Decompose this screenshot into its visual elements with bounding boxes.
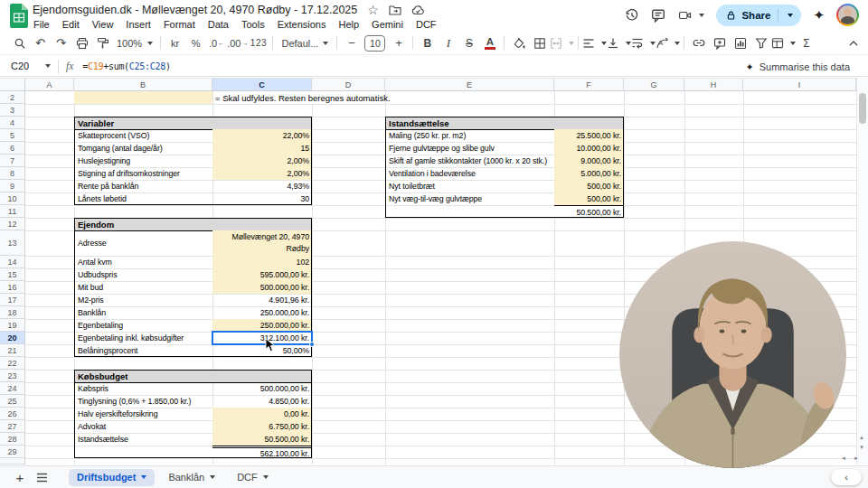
cell-E7[interactable]: Skift af gamle stikkontakter (1000 kr. x…: [386, 155, 554, 167]
row-header-24[interactable]: 24: [0, 382, 25, 395]
cell-B8[interactable]: Stigning af driftsomkostninger: [75, 167, 212, 180]
table-title-variabler[interactable]: Variabler: [74, 117, 312, 130]
cell-E5[interactable]: Maling (250 kr. pr. m2): [386, 129, 554, 142]
cell-C6[interactable]: 15: [212, 142, 312, 155]
menu-gemini[interactable]: Gemini: [365, 18, 410, 31]
cell-B27[interactable]: Advokat: [75, 420, 212, 433]
vertical-align-button[interactable]: [607, 33, 631, 53]
scroll-down-icon[interactable]: ▼: [859, 445, 864, 450]
cell-B15[interactable]: Udbudspris: [75, 268, 212, 281]
row-header-18[interactable]: 18: [0, 306, 25, 319]
functions-button[interactable]: Σ: [796, 33, 816, 53]
font-selector[interactable]: Defaul...: [277, 33, 333, 53]
cell-C10[interactable]: 30: [212, 192, 312, 205]
menu-dcf[interactable]: DCF: [410, 18, 443, 31]
paint-format-button[interactable]: [92, 33, 113, 53]
row-header-6[interactable]: 6: [0, 142, 25, 155]
cell-C25[interactable]: 4.850,00 kr.: [212, 395, 312, 408]
cell-B20[interactable]: Egenbetaling inkl. købsudgifter: [75, 332, 212, 344]
note-input-cell[interactable]: [74, 91, 212, 104]
table-title-ejendom[interactable]: Ejendom: [74, 218, 312, 231]
cell-C28[interactable]: 50.500,00 kr.: [212, 433, 312, 446]
sheet-tab-banklån[interactable]: Banklån: [160, 469, 223, 486]
menu-file[interactable]: File: [27, 18, 56, 31]
fill-color-button[interactable]: [508, 33, 529, 53]
row-header-17[interactable]: 17: [0, 294, 25, 306]
cell-B16[interactable]: Mit bud: [75, 281, 212, 294]
search-menus-icon[interactable]: [9, 33, 30, 53]
name-box[interactable]: C20: [0, 61, 42, 71]
show-side-panel-button[interactable]: ‹: [831, 469, 862, 485]
cell-C8[interactable]: 2,00%: [212, 167, 312, 180]
cell-F5[interactable]: 25.500,00 kr.: [554, 129, 624, 142]
bold-button[interactable]: B: [417, 33, 438, 53]
hide-menus-icon[interactable]: [848, 40, 859, 47]
cell-C15[interactable]: 595.000,00 kr.: [212, 268, 312, 281]
cell-C7[interactable]: 2,00%: [212, 155, 312, 167]
menu-insert[interactable]: Insert: [119, 18, 157, 31]
cell-B13[interactable]: Adresse: [75, 230, 212, 256]
cell-B10[interactable]: Lånets løbetid: [75, 192, 212, 205]
row-header-26[interactable]: 26: [0, 408, 25, 420]
merge-cells-button[interactable]: [550, 33, 574, 53]
comment-history-icon[interactable]: [651, 8, 665, 23]
cell-F7[interactable]: 9.000,00 kr.: [554, 155, 624, 167]
row-header-22[interactable]: 22: [0, 357, 25, 370]
account-avatar[interactable]: [836, 4, 859, 26]
cell-F10[interactable]: 500,00 kr.: [554, 192, 624, 205]
cell-E10[interactable]: Nyt væg-til-væg gulvtæppe: [386, 192, 554, 205]
add-sheet-button[interactable]: +: [9, 468, 31, 486]
cell-F11[interactable]: 50.500,00 kr.: [554, 205, 624, 218]
row-header-14[interactable]: 14: [0, 256, 25, 268]
more-formats-button[interactable]: 123: [248, 33, 269, 53]
cell-C14[interactable]: 102: [212, 256, 312, 268]
formula-input[interactable]: =C19+sum(C25:C28): [82, 61, 170, 71]
cell-E9[interactable]: Nyt toiletbræt: [386, 180, 554, 192]
row-header-25[interactable]: 25: [0, 395, 25, 408]
sheets-logo-icon[interactable]: [10, 4, 28, 32]
row-header-11[interactable]: 11: [0, 205, 25, 218]
cell-B9[interactable]: Rente på banklån: [75, 180, 212, 192]
cell-F9[interactable]: 500,00 kr.: [554, 180, 624, 192]
row-header-8[interactable]: 8: [0, 167, 25, 180]
row-header-16[interactable]: 16: [0, 281, 25, 294]
scroll-left-icon[interactable]: ◄: [841, 455, 846, 461]
cell-B29[interactable]: [75, 446, 212, 458]
cell-E11[interactable]: [386, 205, 554, 218]
cell-C13[interactable]: Møllevænget 20, 4970 Rødby: [212, 230, 312, 256]
row-header-23[interactable]: 23: [0, 370, 25, 382]
cell-B21[interactable]: Belåningsprocent: [75, 344, 212, 357]
redo-button[interactable]: ↷: [51, 33, 71, 53]
cell-F6[interactable]: 10.000,00 kr.: [554, 142, 624, 155]
select-all-corner[interactable]: [0, 78, 25, 91]
row-header-10[interactable]: 10: [0, 192, 25, 205]
table-title-istandsaettelse[interactable]: Istandsættelse: [385, 117, 624, 130]
note-text[interactable]: = Skal udfyldes. Resten beregnes automat…: [213, 91, 382, 104]
increase-font-size-button[interactable]: +: [388, 33, 409, 53]
cell-C5[interactable]: 22,00%: [212, 129, 312, 142]
row-header-3[interactable]: 3: [0, 104, 25, 117]
cell-C29[interactable]: 562.100,00 kr.: [212, 446, 312, 458]
strikethrough-button[interactable]: S: [458, 33, 479, 53]
cell-E8[interactable]: Ventilation i badeværelse: [386, 167, 554, 180]
summarise-data-button[interactable]: ✦ Summarise this data: [739, 59, 857, 75]
horizontal-align-button[interactable]: [582, 33, 607, 53]
cell-B18[interactable]: Banklån: [75, 306, 212, 319]
cell-B26[interactable]: Halv ejerskifteforsikring: [75, 408, 212, 420]
row-header-7[interactable]: 7: [0, 155, 25, 167]
row-header-20[interactable]: 20: [0, 332, 25, 344]
menu-data[interactable]: Data: [202, 18, 235, 31]
sheet-tab-dcf[interactable]: DCF: [229, 469, 277, 486]
share-button[interactable]: Share: [716, 5, 801, 26]
cell-B24[interactable]: Købspris: [75, 382, 212, 395]
menu-help[interactable]: Help: [332, 18, 365, 31]
format-percent-button[interactable]: %: [185, 33, 206, 53]
borders-button[interactable]: [529, 33, 550, 53]
scroll-right-icon[interactable]: ►: [854, 455, 859, 461]
row-header-29[interactable]: 29: [0, 446, 25, 458]
decrease-decimal-button[interactable]: .0←: [206, 33, 227, 53]
menu-format[interactable]: Format: [157, 18, 202, 31]
create-filter-button[interactable]: [750, 33, 771, 53]
cell-B25[interactable]: Tinglysning (0,6% + 1.850,00 kr.): [75, 395, 212, 408]
row-header-19[interactable]: 19: [0, 319, 25, 332]
